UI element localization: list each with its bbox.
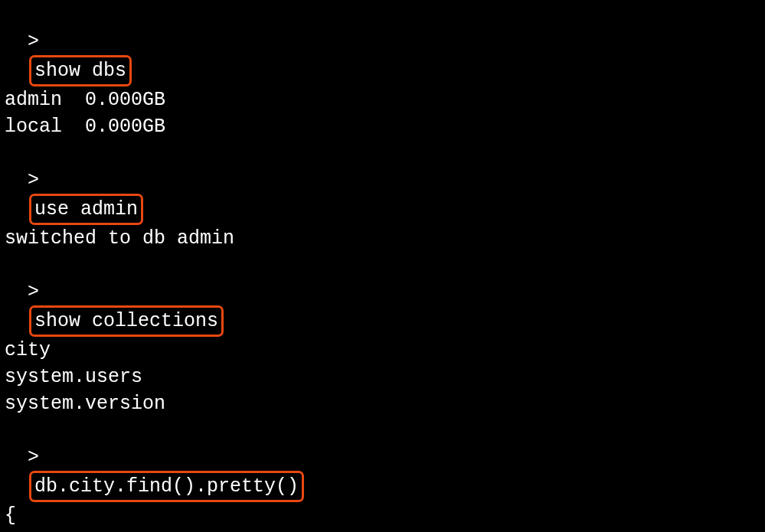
command-text: use admin [34, 198, 138, 220]
output-line: system.users [5, 364, 760, 390]
command-highlight: show dbs [29, 55, 132, 86]
prompt: > [28, 281, 39, 303]
command-highlight: use admin [29, 194, 143, 225]
output-line: admin 0.000GB [5, 86, 760, 113]
command-line-2[interactable]: > use admin [5, 140, 760, 225]
prompt: > [28, 169, 39, 191]
prompt: > [28, 31, 39, 53]
command-text: show dbs [34, 60, 126, 82]
command-text: show collections [34, 310, 218, 332]
output-line: system.version [5, 390, 760, 417]
command-highlight: db.city.find().pretty() [29, 471, 304, 502]
command-line-1[interactable]: > show dbs [5, 2, 760, 86]
output-line: city [5, 337, 760, 364]
output-line: switched to db admin [5, 225, 760, 252]
command-line-3[interactable]: > show collections [5, 252, 760, 337]
prompt: > [28, 446, 39, 468]
doc-field-line: "_id" : NumberLong(2), [5, 529, 760, 532]
output-line: local 0.000GB [5, 113, 760, 140]
command-text: db.city.find().pretty() [34, 475, 299, 498]
doc-open-brace: { [5, 502, 760, 529]
command-line-4[interactable]: > db.city.find().pretty() [5, 417, 760, 502]
command-highlight: show collections [29, 305, 224, 337]
